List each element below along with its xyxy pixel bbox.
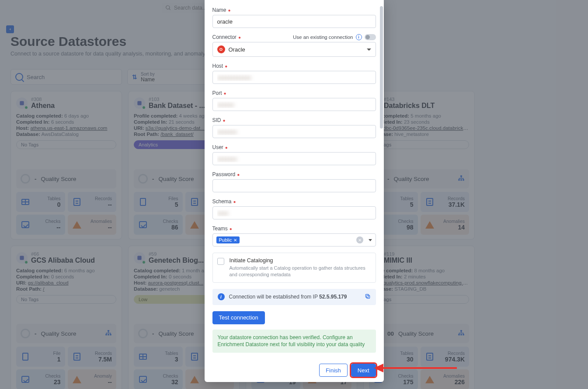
host-input[interactable] (212, 71, 376, 84)
sid-label: SID (212, 117, 221, 123)
connector-select[interactable]: O Oracle (212, 42, 376, 57)
connector-label: Connector (212, 34, 237, 40)
success-message: Your datastore connection has been verif… (212, 330, 376, 353)
port-input[interactable] (212, 98, 376, 111)
required-icon: ● (238, 35, 241, 40)
port-label: Port (212, 90, 222, 96)
oracle-icon: O (217, 45, 225, 53)
chevron-down-icon (367, 49, 371, 51)
required-icon: ● (233, 199, 236, 204)
info-icon[interactable]: i (356, 34, 362, 40)
user-label: User (212, 144, 223, 150)
schema-label: Schema (212, 198, 232, 205)
svg-rect-32 (366, 295, 369, 298)
sid-input[interactable] (212, 125, 376, 138)
required-icon: ● (224, 91, 226, 96)
required-icon: ● (230, 226, 232, 231)
modal-footer: Finish Next (319, 364, 376, 377)
name-input[interactable] (212, 15, 376, 28)
teams-select[interactable]: Public✕ ✕ (212, 233, 376, 247)
test-connection-button[interactable]: Test connection (212, 311, 265, 324)
required-icon: ● (228, 8, 231, 13)
next-button[interactable]: Next (351, 364, 376, 377)
clear-teams-button[interactable]: ✕ (356, 236, 363, 243)
teams-label: Teams (212, 226, 228, 232)
user-input[interactable] (212, 152, 376, 165)
modal-scrollbar[interactable] (380, 6, 383, 129)
svg-rect-33 (365, 294, 369, 297)
use-existing-label: Use an existing connection (293, 35, 353, 40)
copy-ip-button[interactable] (365, 293, 371, 301)
initiate-catalog-desc: Automatically start a Catalog operation … (230, 265, 371, 278)
password-label: Password (212, 171, 236, 177)
required-icon: ● (223, 118, 226, 123)
use-existing-toggle[interactable] (365, 34, 376, 40)
name-label: Name (212, 7, 226, 13)
chevron-down-icon (369, 239, 372, 241)
ip-info-box: i Connection will be established from IP… (212, 289, 376, 305)
team-chip[interactable]: Public✕ (216, 236, 240, 243)
connector-value: Oracle (229, 46, 245, 53)
schema-input[interactable] (212, 206, 376, 219)
host-label: Host (212, 63, 223, 69)
required-icon: ● (225, 64, 227, 69)
info-icon: i (218, 293, 225, 300)
password-input[interactable] (212, 179, 376, 192)
initiate-catalog-title: Initiate Cataloging (230, 257, 371, 264)
finish-button[interactable]: Finish (319, 364, 348, 377)
initiate-catalog-option[interactable]: Initiate Cataloging Automatically start … (212, 253, 376, 283)
add-datastore-modal: Name● Connector● Use an existing connect… (205, 0, 384, 382)
initiate-catalog-checkbox[interactable] (217, 258, 224, 265)
required-icon: ● (225, 145, 228, 150)
ip-note: Connection will be established from IP 5… (229, 294, 347, 300)
chip-remove-icon[interactable]: ✕ (233, 238, 237, 243)
required-icon: ● (237, 172, 240, 177)
